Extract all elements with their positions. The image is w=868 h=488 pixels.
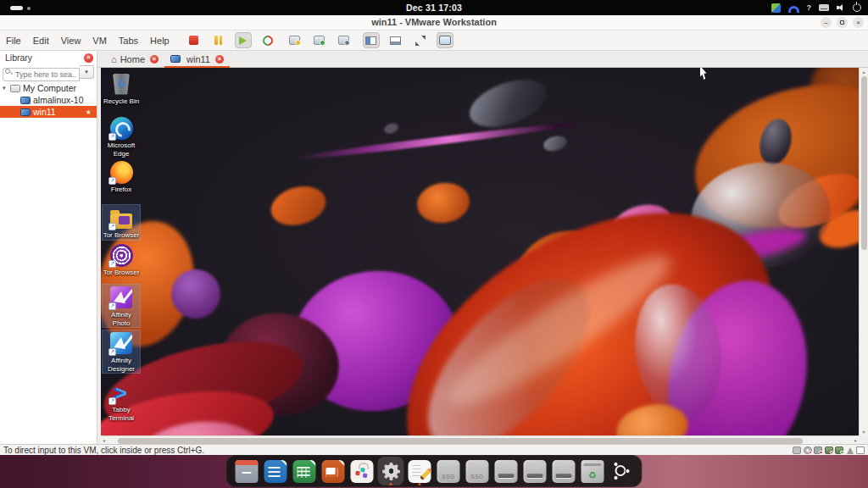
dock-item-libreoffice-writer[interactable] — [263, 457, 289, 485]
shortcut-arrow-icon: ↗ — [108, 397, 116, 405]
menu-vm[interactable]: VM — [86, 30, 113, 50]
network-adapter-status-icon-2[interactable] — [835, 446, 843, 454]
close-button[interactable]: × — [853, 17, 864, 28]
minimize-button[interactable]: – — [821, 17, 832, 28]
show-thumbnail-bar-button[interactable] — [387, 32, 404, 48]
cdrom-status-icon[interactable] — [804, 446, 812, 454]
vm-desktop-wallpaper — [101, 68, 859, 435]
menu-view[interactable]: View — [55, 30, 87, 50]
dock-item-text-editor[interactable] — [407, 457, 433, 485]
scroll-right-arrow[interactable]: ▸ — [854, 437, 857, 443]
vertical-scrollbar[interactable]: ▴ ▾ — [859, 68, 868, 435]
status-bar: To direct input to this VM, click inside… — [0, 444, 868, 455]
take-snapshot-button[interactable] — [287, 32, 303, 48]
dock-item-ssd-1[interactable]: SSD — [436, 457, 462, 485]
console-view-button[interactable] — [437, 32, 453, 48]
desktop-icon-recycle-bin[interactable]: ♻ Recycle Bin — [103, 71, 140, 106]
revert-snapshot-button[interactable] — [311, 32, 328, 48]
keyboard-layout-icon[interactable] — [819, 4, 829, 11]
desktop-icon-firefox[interactable]: ↗ Firefox — [103, 159, 140, 194]
maximize-button[interactable] — [837, 17, 848, 28]
desktop-icon-tabby-terminal[interactable]: >> ↗ Tabby Terminal — [103, 380, 140, 422]
scroll-up-arrow[interactable]: ▴ — [860, 69, 868, 75]
pause-icon — [214, 36, 222, 45]
power-icon[interactable] — [853, 3, 861, 12]
dock-item-files[interactable] — [234, 457, 260, 485]
dock-item-app-center[interactable] — [349, 457, 376, 485]
vertical-scrollbar-thumb[interactable] — [861, 76, 867, 250]
menu-edit[interactable]: Edit — [27, 30, 55, 50]
dock-item-ssd-2[interactable]: SSD — [465, 457, 491, 485]
ssd-drive-icon: SSD — [437, 460, 460, 483]
dock-item-libreoffice-calc[interactable] — [292, 457, 318, 485]
tab-home-close-button[interactable]: × — [150, 55, 159, 64]
scroll-down-arrow[interactable]: ▾ — [860, 429, 868, 435]
desktop-icon-tor-browser[interactable]: ↗ Tor Browser — [103, 242, 140, 277]
harddisk-status-icon[interactable] — [793, 446, 801, 454]
power-off-button[interactable] — [186, 32, 203, 48]
play-icon — [239, 36, 247, 45]
fullscreen-arrows-icon — [415, 36, 426, 46]
vmware-tray-icon[interactable] — [771, 3, 781, 13]
desktop-icon-microsoft-edge[interactable]: ↗ Microsoft Edge — [103, 115, 140, 158]
horizontal-scrollbar[interactable]: ◂ ▸ — [101, 435, 859, 444]
desktop-icon-tor-browser-folder[interactable]: ↗ Tor Browser — [103, 205, 140, 240]
dock-item-drive-3[interactable] — [551, 457, 577, 485]
tab-home[interactable]: ⌂ Home × — [105, 51, 164, 67]
ubuntu-logo-icon — [610, 460, 633, 483]
libreoffice-impress-icon — [322, 460, 345, 483]
library-close-button[interactable]: × — [84, 53, 93, 63]
wifi-status-icon[interactable] — [846, 446, 854, 454]
usb-status-icon[interactable] — [814, 446, 822, 454]
message-log-icon[interactable] — [856, 446, 865, 454]
power-on-button[interactable] — [235, 32, 252, 48]
device-status-icons — [793, 446, 865, 454]
tree-item-win11[interactable]: win11 ★ — [0, 106, 97, 118]
shortcut-arrow-icon: ↗ — [108, 348, 116, 356]
manage-snapshots-button[interactable] — [336, 32, 353, 48]
shortcut-arrow-icon: ↗ — [108, 133, 116, 141]
sidebar-panel-icon — [365, 36, 376, 45]
clock[interactable]: Dec 31 17:03 — [0, 3, 868, 13]
horizontal-scrollbar-thumb[interactable] — [118, 438, 803, 444]
shortcut-arrow-icon: ↗ — [108, 177, 116, 185]
volume-icon[interactable] — [837, 4, 845, 12]
reset-button[interactable] — [259, 32, 276, 48]
screen: Dec 31 17:03 ? win11 - VMware Workstatio… — [0, 0, 868, 488]
monitor-icon — [439, 36, 451, 45]
search-input[interactable] — [3, 68, 80, 81]
desktop-icon-affinity-photo[interactable]: ↗ Affinity Photo — [103, 285, 140, 327]
menu-file[interactable]: File — [0, 30, 27, 50]
network-adapter-status-icon-1[interactable] — [825, 446, 833, 454]
search-icon — [5, 69, 10, 74]
search-box — [3, 65, 80, 79]
menu-tabs[interactable]: Tabs — [113, 30, 144, 50]
tab-win11[interactable]: win11 × — [164, 51, 230, 67]
window-titlebar[interactable]: win11 - VMware Workstation – × — [0, 15, 868, 30]
dock-item-drive-2[interactable] — [522, 457, 548, 485]
menu-help[interactable]: Help — [144, 30, 175, 50]
running-indicator — [418, 483, 421, 486]
dock-item-libreoffice-impress[interactable] — [320, 457, 347, 485]
scroll-left-arrow[interactable]: ◂ — [103, 437, 105, 443]
libreoffice-writer-icon — [264, 460, 287, 483]
libreoffice-calc-icon — [293, 460, 316, 483]
search-dropdown-button[interactable]: ▾ — [80, 65, 94, 79]
tab-win11-close-button[interactable]: × — [215, 55, 224, 64]
vm-console-display[interactable]: ♻ Recycle Bin ↗ Microsoft Edge ↗ Firefox… — [101, 68, 859, 435]
dock-item-drive-1[interactable] — [493, 457, 520, 485]
desktop-icon-affinity-designer[interactable]: ↗ Affinity Designer — [103, 330, 140, 373]
show-library-button[interactable] — [363, 32, 380, 48]
running-indicator — [389, 483, 392, 486]
chevron-down-icon: ▾ — [3, 85, 10, 92]
dock-item-show-apps[interactable] — [609, 457, 635, 485]
suspend-button[interactable] — [210, 32, 227, 48]
full-screen-button[interactable] — [412, 32, 429, 48]
dock: SSD SSD ♻ — [226, 455, 643, 487]
question-status-icon[interactable]: ? — [807, 3, 812, 12]
tree-item-my-computer[interactable]: ▾ My Computer — [0, 82, 97, 94]
dock-item-settings[interactable] — [378, 457, 404, 485]
tray-app-icon[interactable] — [788, 6, 799, 13]
tree-item-almalinux-10[interactable]: almalinux-10 — [0, 94, 97, 106]
dock-item-trash[interactable]: ♻ — [580, 457, 606, 485]
